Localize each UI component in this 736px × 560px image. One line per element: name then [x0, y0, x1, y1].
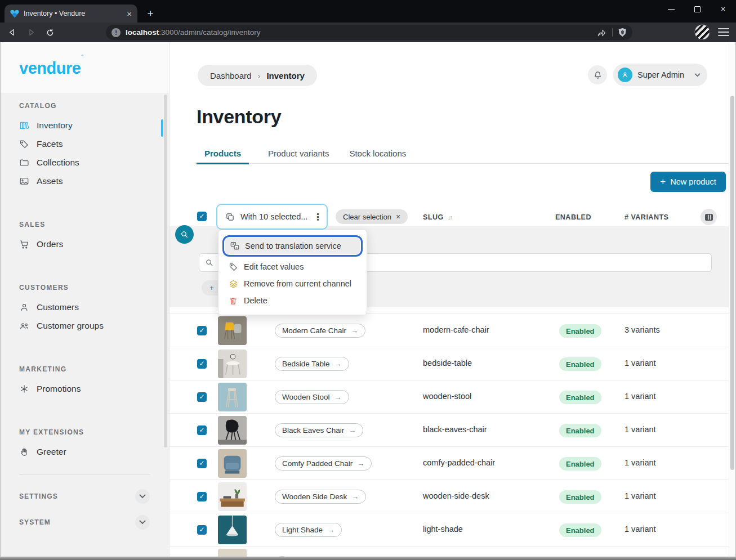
- column-header-variants: # VARIANTS: [625, 213, 668, 221]
- column-header-enabled: ENABLED: [555, 213, 591, 221]
- folder-icon: [19, 158, 29, 168]
- product-thumbnail: [218, 482, 247, 511]
- asterisk-icon: [19, 384, 29, 394]
- sidebar-divider: [19, 474, 150, 475]
- tag-icon: [19, 139, 29, 149]
- chevron-down-icon[interactable]: [135, 515, 150, 530]
- table-row: ✓ Wooden Stool → wooden-stool Enabled 1 …: [169, 380, 730, 413]
- user-menu[interactable]: Super Admin: [613, 64, 707, 86]
- variant-count: 1 variant: [625, 359, 656, 368]
- sidebar-section-settings[interactable]: SETTINGS: [19, 489, 150, 504]
- sidebar-item-customer-groups[interactable]: Customer groups: [19, 316, 150, 335]
- back-button[interactable]: [5, 25, 19, 40]
- menu-item-delete[interactable]: Delete: [218, 292, 367, 309]
- focused-menu-item-ring: Aa Send to translation service: [222, 235, 363, 257]
- column-header-slug[interactable]: SLUG ↓↑: [423, 213, 452, 221]
- tab-stock-locations[interactable]: Stock locations: [348, 145, 407, 163]
- reload-button[interactable]: [43, 25, 57, 40]
- sidebar-item-inventory[interactable]: Inventory: [19, 116, 150, 135]
- share-icon[interactable]: [597, 28, 606, 37]
- breadcrumb-dashboard[interactable]: Dashboard: [210, 71, 251, 80]
- browser-menu-icon[interactable]: [718, 27, 729, 37]
- variant-count: 3 variants: [625, 325, 660, 334]
- trash-icon: [229, 295, 239, 306]
- library-icon: [19, 120, 29, 131]
- product-name-link[interactable]: Bedside Table →: [275, 357, 349, 371]
- row-checkbox[interactable]: ✓: [197, 326, 207, 335]
- menu-item-send-to-translation[interactable]: Aa Send to translation service: [225, 238, 360, 254]
- tab-products[interactable]: Products: [197, 145, 249, 164]
- menu-item-edit-facet-values[interactable]: Edit facet values: [218, 258, 367, 275]
- bulk-actions-button[interactable]: With 10 selected... ⋮: [216, 204, 328, 230]
- translate-icon: Aa: [230, 241, 240, 251]
- search-toggle-button[interactable]: [175, 225, 194, 244]
- tab-close-icon[interactable]: ×: [127, 10, 132, 18]
- product-name-link[interactable]: Wooden Side Desk →: [275, 490, 366, 504]
- page-tabs: Products Product variants Stock location…: [197, 145, 729, 164]
- sidebar-item-collections[interactable]: Collections: [19, 153, 150, 172]
- sidebar-item-assets[interactable]: Assets: [19, 172, 150, 190]
- sidebar-scrollbar[interactable]: [164, 95, 167, 447]
- status-badge: Enabled: [559, 391, 601, 404]
- product-slug: light-shade: [423, 525, 463, 534]
- sidebar-item-orders[interactable]: Orders: [19, 235, 150, 253]
- new-product-button[interactable]: + New product: [650, 172, 726, 192]
- status-badge: Enabled: [559, 424, 601, 437]
- row-checkbox[interactable]: ✓: [197, 459, 207, 468]
- chevron-down-icon[interactable]: [135, 489, 150, 504]
- arrow-right-icon: →: [357, 459, 364, 468]
- new-tab-button[interactable]: +: [144, 7, 157, 20]
- browser-tab[interactable]: Inventory • Vendure ×: [5, 5, 137, 23]
- product-thumbnail: [218, 350, 247, 378]
- page-scrollbar[interactable]: [729, 42, 735, 560]
- sidebar-item-promotions[interactable]: Promotions: [19, 379, 150, 398]
- product-name-link[interactable]: Wooden Stool →: [275, 390, 349, 404]
- row-checkbox[interactable]: ✓: [197, 492, 207, 501]
- arrow-right-icon: →: [351, 326, 358, 335]
- sidebar-section-my-extensions: MY EXTENSIONS Greeter: [19, 428, 150, 461]
- tab-product-variants[interactable]: Product variants: [267, 145, 330, 163]
- sidebar-section-customers: CUSTOMERS Customers Customer groups: [19, 284, 150, 335]
- url-bar[interactable]: ! localhost:3000/admin/catalog/inventory: [106, 25, 632, 40]
- row-checkbox[interactable]: ✓: [197, 525, 207, 535]
- vendure-favicon-icon: [10, 10, 19, 18]
- bulk-actions-menu: Aa Send to translation service Edit face…: [218, 230, 367, 315]
- sidebar-section-sales: SALES Orders: [19, 221, 150, 253]
- menu-item-remove-from-channel[interactable]: Remove from current channel: [218, 275, 367, 292]
- vendure-logo[interactable]: vendure˚: [19, 59, 83, 78]
- product-name-link[interactable]: Comfy Padded Chair →: [275, 456, 372, 471]
- product-name-link[interactable]: Modern Cafe Chair →: [275, 324, 365, 338]
- forward-button[interactable]: [24, 25, 38, 40]
- product-slug: wooden-side-desk: [423, 491, 489, 500]
- variant-count: 1 variant: [625, 425, 656, 434]
- row-checkbox[interactable]: ✓: [197, 359, 207, 369]
- table-row: ✓ Wooden Side Desk → wooden-side-desk En…: [169, 480, 730, 513]
- layers-icon: [229, 279, 239, 289]
- status-badge: Enabled: [559, 490, 601, 504]
- notifications-button[interactable]: [588, 65, 607, 84]
- product-slug: bedside-table: [423, 359, 472, 368]
- product-name-link[interactable]: Light Shade →: [275, 523, 342, 537]
- maximize-button[interactable]: [684, 0, 710, 18]
- column-settings-button[interactable]: [701, 209, 717, 225]
- sidebar-section-system[interactable]: SYSTEM: [19, 514, 150, 530]
- product-name-link[interactable]: Black Eaves Chair →: [275, 423, 363, 437]
- page-title: Inventory: [197, 106, 281, 128]
- hand-icon: [19, 447, 29, 457]
- brave-shield-icon[interactable]: [618, 28, 627, 37]
- sidebar-item-facets[interactable]: Facets: [19, 135, 150, 153]
- profile-avatar[interactable]: [694, 24, 710, 40]
- row-checkbox[interactable]: ✓: [197, 392, 207, 402]
- sidebar-item-greeter[interactable]: Greeter: [19, 442, 150, 461]
- search-icon: [180, 230, 189, 239]
- table-row: ✓ Bedside Table → bedside-table Enabled …: [169, 347, 730, 380]
- minimize-button[interactable]: [658, 0, 684, 18]
- site-info-icon[interactable]: !: [111, 28, 121, 37]
- person-icon: [19, 302, 29, 312]
- select-all-checkbox[interactable]: ✓: [197, 212, 207, 221]
- close-button[interactable]: ×: [710, 0, 736, 18]
- clear-selection-button[interactable]: Clear selection ×: [336, 209, 408, 224]
- row-checkbox[interactable]: ✓: [197, 425, 207, 435]
- scrollbar-thumb[interactable]: [730, 96, 734, 470]
- sidebar-item-customers[interactable]: Customers: [19, 298, 150, 316]
